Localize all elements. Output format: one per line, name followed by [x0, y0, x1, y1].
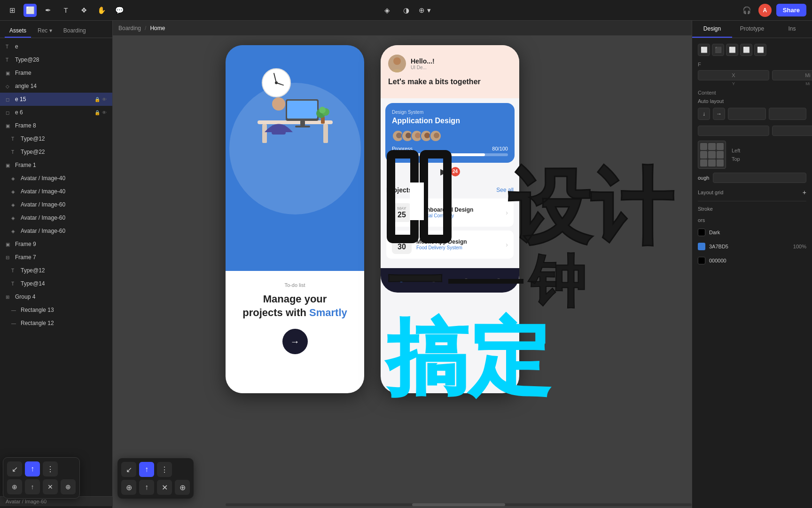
transform-tool[interactable]: ✕ — [157, 480, 172, 495]
pad-input-1[interactable] — [698, 126, 769, 136]
layer-item-e6[interactable]: ◻ e 6 🔒 👁 — [0, 106, 112, 119]
layer-item-rect12[interactable]: — Rectangle 12 — [0, 317, 112, 330]
theme-btn[interactable]: ◑ — [399, 4, 413, 17]
hand-tool[interactable]: ✋ — [95, 4, 108, 17]
layer-item-avatar40a[interactable]: ◈ Avatar / Image-40 — [0, 172, 112, 185]
al-padding-input[interactable] — [769, 108, 807, 120]
share-button[interactable]: Share — [776, 4, 806, 16]
canvas-content[interactable]: To-do list Manage your projects with Sma… — [113, 36, 692, 508]
frame-tool[interactable]: ⊞ — [6, 4, 19, 17]
tab-boarding[interactable]: Boarding — [59, 24, 91, 38]
corner-float-btn-2[interactable]: ⊕ — [61, 479, 76, 494]
corner-tool-2[interactable]: ⊕ — [175, 480, 190, 495]
layer-item-type14[interactable]: T Type@14 — [0, 277, 112, 290]
canvas[interactable]: Boarding / Home — [113, 21, 692, 508]
color-row-black[interactable]: 000000 — [698, 255, 806, 266]
layer-item-frame1[interactable]: ▣ Frame 1 — [0, 159, 112, 172]
nav-dot-1[interactable] — [399, 278, 403, 282]
plugins-btn[interactable]: ◈ — [381, 4, 394, 17]
corner-float-btn[interactable]: ↙ — [7, 461, 22, 476]
canvas-scrollbar[interactable] — [226, 503, 692, 506]
headphone-icon[interactable]: 🎧 — [741, 4, 754, 17]
alt-float-btn[interactable]: ↑ — [25, 479, 40, 494]
color-row-blue[interactable]: 3A7BD5 100% — [698, 241, 806, 252]
layer-item-frame7[interactable]: ⊟ Frame 7 — [0, 251, 112, 264]
al-right-btn[interactable]: → — [713, 108, 725, 120]
add-float-btn[interactable]: ⊕ — [7, 479, 22, 494]
layer-item-type22[interactable]: T Type@22 — [0, 145, 112, 159]
tab-rec[interactable]: Rec ▾ — [33, 24, 57, 38]
layer-item-avatar60a[interactable]: ◈ Avatar / Image-60 — [0, 198, 112, 211]
tab-prototype[interactable]: Prototype — [732, 21, 772, 38]
layer-item-type12b[interactable]: T Type@12 — [0, 264, 112, 277]
pos-tl[interactable] — [700, 143, 707, 150]
see-all-button[interactable]: See all — [496, 187, 514, 193]
layer-item-avatar60b[interactable]: ◈ Avatar / Image-60 — [0, 211, 112, 224]
layer-item-frame-main[interactable]: ▣ Frame — [0, 66, 112, 79]
up-float-btn[interactable]: ↑ — [25, 461, 40, 476]
layer-item-group4[interactable]: ⊞ Group 4 — [0, 290, 112, 303]
x-input[interactable] — [698, 70, 769, 80]
share-options-btn[interactable]: ⊕ ▾ — [418, 4, 431, 17]
align-left[interactable]: ⬜ — [698, 44, 710, 56]
layer-item-type28[interactable]: T Type@28 — [0, 53, 112, 66]
alt-tool[interactable]: ↑ — [139, 480, 154, 495]
tab-inspect[interactable]: Ins — [772, 21, 812, 38]
component-tool[interactable]: ❖ — [77, 4, 90, 17]
user-avatar[interactable]: A — [758, 4, 772, 17]
pos-br[interactable] — [717, 159, 724, 167]
pos-mr[interactable] — [717, 151, 724, 158]
layer-item-frame8[interactable]: ▣ Frame 8 — [0, 119, 112, 132]
align-right[interactable]: ⬜ — [726, 44, 738, 56]
nav-dot-3[interactable] — [464, 278, 468, 282]
through-input[interactable] — [713, 173, 806, 183]
nav-dot-2[interactable] — [432, 278, 436, 282]
align-center-h[interactable]: ⬛ — [712, 44, 724, 56]
shape-tool[interactable]: ⬜ — [23, 4, 37, 17]
options-tool[interactable]: ⋮ — [157, 462, 172, 477]
breadcrumb-boarding[interactable]: Boarding — [118, 25, 141, 32]
tab-design[interactable]: Design — [692, 21, 732, 38]
pos-ml[interactable] — [700, 151, 707, 158]
al-down-btn[interactable]: ↓ — [698, 108, 710, 120]
pad-input-2[interactable] — [772, 126, 812, 136]
more-float-btn[interactable]: ⋮ — [43, 461, 58, 476]
onboarding-next-button[interactable]: → — [282, 329, 308, 354]
nav-dot-4[interactable] — [497, 278, 500, 282]
tab-assets[interactable]: Assets — [5, 24, 31, 38]
layout-grid-add[interactable]: + — [803, 189, 806, 196]
al-spacing-input[interactable] — [728, 108, 766, 120]
add-tool[interactable]: ⊕ — [121, 480, 136, 495]
corner-tool[interactable]: ↙ — [121, 462, 136, 477]
layer-item-e15[interactable]: ◻ e 15 🔒 👁 — [0, 93, 112, 106]
align-center-v[interactable]: ⬜ — [754, 44, 766, 56]
canvas-scrollbar-thumb[interactable] — [412, 503, 505, 506]
comment-tool[interactable]: 💬 — [113, 4, 126, 17]
pos-bl[interactable] — [700, 159, 707, 167]
transform-float-btn[interactable]: ✕ — [43, 479, 58, 494]
month-2: May — [396, 238, 408, 243]
progress-bar-fill — [392, 153, 485, 156]
layer-item-frame9[interactable]: ▣ Frame 9 — [0, 238, 112, 251]
layer-item-avatar40b[interactable]: ◈ Avatar / Image-40 — [0, 185, 112, 198]
layer-item-avatar60c[interactable]: ◈ Avatar / Image-60 — [0, 224, 112, 238]
align-top[interactable]: ⬜ — [740, 44, 752, 56]
pos-tr[interactable] — [717, 143, 724, 150]
pen-tool[interactable]: ✒ — [41, 4, 55, 17]
move-up-tool[interactable]: ↑ — [139, 462, 154, 477]
text-tool[interactable]: T — [59, 4, 72, 17]
project-card-2[interactable]: May 30 Mobile App Design Food Delivery S… — [386, 230, 514, 259]
layer-item-type12a[interactable]: T Type@12 — [0, 132, 112, 145]
layer-item-rect13[interactable]: — Rectangle 13 — [0, 303, 112, 317]
layer-item-e[interactable]: T e — [0, 40, 112, 53]
y-input[interactable] — [772, 70, 812, 80]
onboarding-top — [226, 45, 364, 271]
pos-mc[interactable] — [708, 151, 715, 158]
play-icon[interactable]: ▶ — [440, 167, 447, 177]
project-card-1[interactable]: May 25 Dashboard UI Design Medical Compa… — [386, 198, 514, 227]
pos-tc[interactable] — [708, 143, 715, 150]
color-row-dark[interactable]: Dark — [698, 227, 806, 238]
breadcrumb-home[interactable]: Home — [150, 25, 165, 32]
pos-bc[interactable] — [708, 159, 715, 167]
layer-item-angle14[interactable]: ◇ angle 14 — [0, 79, 112, 93]
